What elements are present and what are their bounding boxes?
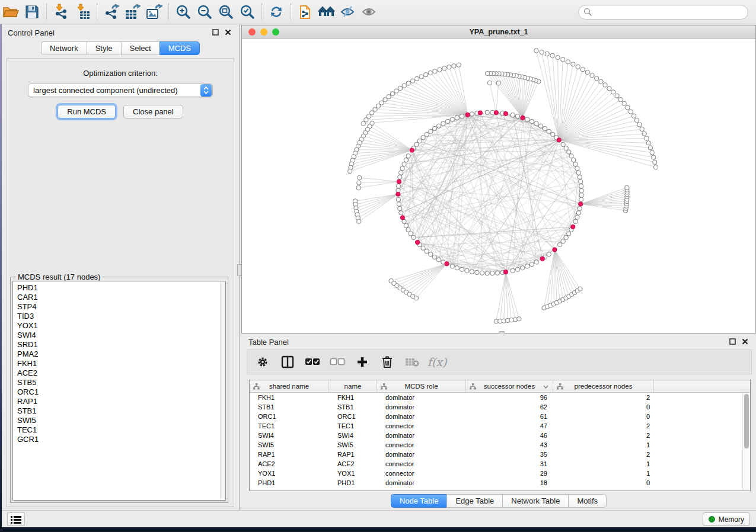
- cell-shared-name[interactable]: ORC1: [250, 412, 329, 421]
- mcds-result-item[interactable]: ORC1: [17, 387, 225, 397]
- table-row[interactable]: ACE2 ACE2 connector 31 1: [250, 459, 742, 469]
- mcds-result-item[interactable]: STP4: [17, 302, 225, 312]
- cell-name[interactable]: TEC1: [329, 421, 377, 431]
- cell-successor-nodes[interactable]: 46: [466, 431, 553, 440]
- mcds-result-item[interactable]: TEC1: [17, 425, 225, 435]
- export-network-button[interactable]: [101, 2, 122, 22]
- cell-mcds-role[interactable]: dominator: [377, 412, 466, 421]
- column-header-predecessor-nodes[interactable]: predecessor nodes: [553, 380, 654, 392]
- close-panel-button[interactable]: Close panel: [123, 105, 183, 118]
- cell-successor-nodes[interactable]: 62: [466, 402, 553, 412]
- tab-node-table[interactable]: Node Table: [391, 494, 447, 508]
- mcds-result-item[interactable]: TID3: [17, 312, 225, 321]
- tab-select[interactable]: Select: [121, 41, 160, 55]
- table-row[interactable]: PHD1 PHD1 dominator 18 0: [250, 478, 742, 488]
- tab-edge-table[interactable]: Edge Table: [446, 494, 502, 508]
- mcds-result-item[interactable]: PHD1: [17, 283, 225, 293]
- apply-layout-button[interactable]: [266, 2, 287, 22]
- cell-successor-nodes[interactable]: 43: [466, 440, 553, 450]
- mcds-result-list[interactable]: PHD1 CAR1 STP4 TID3 YOX1 SWI4 SRD1: [12, 281, 226, 501]
- tab-mcds[interactable]: MCDS: [160, 41, 200, 55]
- mcds-result-item[interactable]: SWI4: [17, 331, 225, 340]
- table-row[interactable]: STB1 STB1 dominator 62 0: [250, 402, 742, 412]
- deselect-all-button[interactable]: [329, 354, 346, 370]
- window-minimize-traffic-button[interactable]: [260, 28, 267, 36]
- cell-successor-nodes[interactable]: 29: [466, 469, 553, 478]
- cell-predecessor-nodes[interactable]: 2: [553, 450, 654, 459]
- cell-name[interactable]: ACE2: [329, 459, 377, 469]
- tab-network-table[interactable]: Network Table: [502, 494, 568, 508]
- cell-name[interactable]: SWI5: [329, 440, 377, 450]
- mcds-result-item[interactable]: CAR1: [17, 293, 225, 302]
- run-mcds-button[interactable]: Run MCDS: [58, 105, 116, 118]
- cell-successor-nodes[interactable]: 35: [466, 450, 553, 459]
- cell-successor-nodes[interactable]: 61: [466, 412, 553, 421]
- window-close-traffic-button[interactable]: [248, 28, 256, 36]
- zoom-out-button[interactable]: [194, 2, 215, 22]
- table-scrollbar-thumb[interactable]: [744, 394, 749, 448]
- tab-style[interactable]: Style: [87, 41, 121, 55]
- table-row[interactable]: RAP1 RAP1 dominator 35 2: [250, 450, 742, 459]
- column-header-shared-name[interactable]: shared name: [250, 380, 329, 392]
- zoom-in-button[interactable]: [173, 2, 194, 22]
- save-session-button[interactable]: [21, 2, 43, 22]
- search-box[interactable]: [578, 5, 748, 20]
- export-image-button[interactable]: [143, 2, 165, 22]
- import-table-button[interactable]: [72, 2, 93, 22]
- cell-successor-nodes[interactable]: 47: [466, 421, 553, 431]
- table-row[interactable]: ORC1 ORC1 dominator 61 0: [250, 412, 742, 421]
- cell-shared-name[interactable]: RAP1: [250, 450, 329, 459]
- cell-predecessor-nodes[interactable]: 0: [553, 402, 654, 412]
- cell-shared-name[interactable]: ACE2: [250, 459, 329, 469]
- cell-shared-name[interactable]: SWI4: [250, 431, 329, 440]
- cell-predecessor-nodes[interactable]: 2: [553, 393, 654, 402]
- network-canvas[interactable]: [242, 39, 755, 333]
- cell-predecessor-nodes[interactable]: 1: [553, 440, 654, 450]
- table-panel-float-button[interactable]: [729, 338, 736, 345]
- column-header-mcds-role[interactable]: MCDS role: [377, 380, 466, 392]
- table-row[interactable]: TEC1 TEC1 connector 47 2: [250, 421, 742, 431]
- task-history-button[interactable]: [7, 512, 25, 526]
- table-panel-close-button[interactable]: [741, 338, 749, 345]
- show-column-panel-button[interactable]: [279, 354, 296, 370]
- memory-button[interactable]: Memory: [703, 512, 750, 526]
- new-network-from-selection-button[interactable]: [295, 2, 316, 22]
- delete-table-button[interactable]: [404, 354, 420, 370]
- open-session-button[interactable]: [0, 2, 21, 22]
- cell-predecessor-nodes[interactable]: 2: [553, 431, 654, 440]
- cell-shared-name[interactable]: FKH1: [250, 393, 329, 402]
- table-row[interactable]: YOX1 YOX1 connector 29 1: [250, 469, 742, 478]
- cell-predecessor-nodes[interactable]: 2: [553, 421, 654, 431]
- mcds-result-item[interactable]: STB1: [17, 406, 225, 416]
- export-table-button[interactable]: [122, 2, 143, 22]
- mcds-result-item[interactable]: SWI5: [17, 416, 225, 425]
- cell-predecessor-nodes[interactable]: 1: [553, 459, 654, 469]
- cell-shared-name[interactable]: STB1: [250, 402, 329, 412]
- control-panel-close-button[interactable]: [224, 28, 232, 36]
- table-row[interactable]: SWI5 SWI5 connector 43 1: [250, 440, 742, 450]
- cell-name[interactable]: YOX1: [329, 469, 377, 478]
- cell-shared-name[interactable]: YOX1: [250, 469, 329, 478]
- cell-name[interactable]: ORC1: [329, 412, 377, 421]
- show-visual-details-button[interactable]: [359, 2, 380, 22]
- cell-name[interactable]: PHD1: [329, 478, 377, 488]
- select-all-button[interactable]: [304, 354, 321, 370]
- cell-mcds-role[interactable]: dominator: [377, 450, 466, 459]
- cell-successor-nodes[interactable]: 31: [466, 459, 553, 469]
- cell-successor-nodes[interactable]: 18: [466, 478, 553, 488]
- mcds-result-item[interactable]: GCR1: [17, 435, 225, 444]
- cell-mcds-role[interactable]: connector: [377, 421, 466, 431]
- cell-mcds-role[interactable]: dominator: [377, 431, 466, 440]
- mcds-result-item[interactable]: RAP1: [17, 397, 225, 406]
- tab-motifs[interactable]: Motifs: [568, 494, 607, 508]
- table-row[interactable]: SWI4 SWI4 dominator 46 2: [250, 431, 742, 440]
- mcds-result-item[interactable]: FKH1: [17, 359, 225, 368]
- zoom-fit-button[interactable]: [215, 2, 237, 22]
- mcds-result-item[interactable]: STB5: [17, 378, 225, 387]
- create-column-button[interactable]: [354, 354, 371, 370]
- cell-mcds-role[interactable]: connector: [377, 440, 466, 450]
- cell-mcds-role[interactable]: connector: [377, 469, 466, 478]
- mcds-result-item[interactable]: SRD1: [17, 340, 225, 350]
- function-builder-button[interactable]: f(x): [429, 354, 445, 370]
- table-row[interactable]: FKH1 FKH1 dominator 96 2: [250, 393, 742, 402]
